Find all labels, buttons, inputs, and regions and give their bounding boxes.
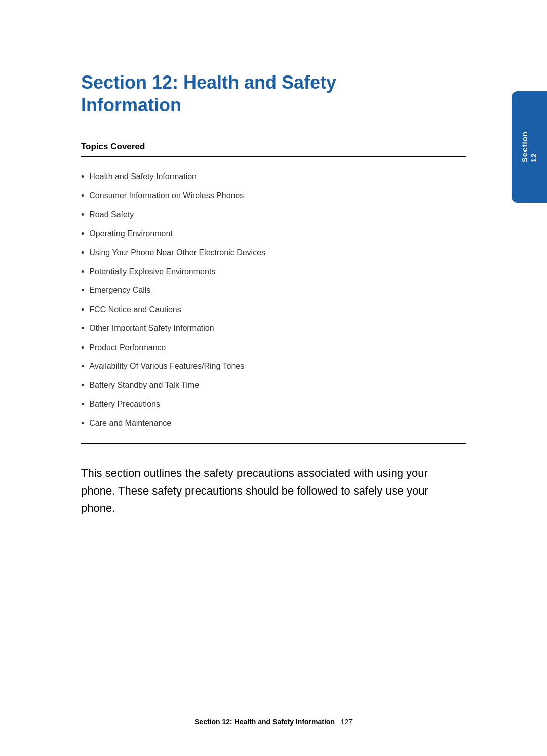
bullet-icon: • [81, 361, 84, 372]
list-item: •FCC Notice and Cautions [81, 304, 466, 316]
section-tab-line1: Section [520, 131, 529, 162]
list-item-text: Using Your Phone Near Other Electronic D… [89, 247, 265, 258]
list-item: •Availability Of Various Features/Ring T… [81, 361, 466, 372]
bullet-icon: • [81, 399, 84, 410]
section-tab-text: Section 12 [520, 131, 538, 162]
page-container: Section 12 Section 12: Health and Safety… [0, 0, 547, 756]
list-item: •Using Your Phone Near Other Electronic … [81, 247, 466, 259]
topics-list: •Health and Safety Information•Consumer … [81, 171, 466, 429]
bullet-icon: • [81, 247, 84, 259]
section-tab: Section 12 [512, 91, 547, 203]
intro-paragraph: This section outlines the safety precaut… [81, 465, 446, 516]
list-item: •Consumer Information on Wireless Phones [81, 190, 466, 202]
list-item-text: Other Important Safety Information [89, 323, 214, 334]
list-item: •Product Performance [81, 342, 466, 354]
bullet-icon: • [81, 228, 84, 240]
bullet-icon: • [81, 190, 84, 202]
list-item: •Battery Precautions [81, 399, 466, 410]
section-title: Section 12: Health and Safety Informatio… [81, 71, 375, 117]
list-item-text: Health and Safety Information [89, 171, 197, 182]
bullet-icon: • [81, 266, 84, 278]
footer-label: Section 12: Health and Safety Informatio… [194, 717, 335, 726]
bullet-icon: • [81, 285, 84, 296]
list-item: •Other Important Safety Information [81, 323, 466, 334]
list-item-text: Care and Maintenance [89, 418, 171, 429]
list-item-text: Road Safety [89, 209, 134, 220]
list-item: •Operating Environment [81, 228, 466, 240]
footer: Section 12: Health and Safety Informatio… [0, 717, 547, 726]
list-item: •Care and Maintenance [81, 418, 466, 429]
list-item-text: Consumer Information on Wireless Phones [89, 190, 244, 201]
list-item-text: Emergency Calls [89, 285, 150, 296]
bullet-icon: • [81, 209, 84, 221]
divider-top [81, 156, 466, 157]
list-item-text: FCC Notice and Cautions [89, 304, 181, 315]
topics-covered-label: Topics Covered [81, 142, 466, 152]
bullet-icon: • [81, 418, 84, 429]
list-item: •Road Safety [81, 209, 466, 221]
list-item-text: Operating Environment [89, 228, 173, 239]
list-item: •Battery Standby and Talk Time [81, 380, 466, 391]
section-tab-line2: 12 [529, 153, 538, 163]
bullet-icon: • [81, 342, 84, 354]
bullet-icon: • [81, 380, 84, 391]
list-item-text: Battery Standby and Talk Time [89, 380, 199, 391]
list-item: •Emergency Calls [81, 285, 466, 296]
list-item-text: Product Performance [89, 342, 166, 353]
divider-bottom [81, 443, 466, 444]
bullet-icon: • [81, 323, 84, 334]
footer-page-number: 127 [341, 717, 353, 726]
list-item-text: Availability Of Various Features/Ring To… [89, 361, 244, 372]
bullet-icon: • [81, 171, 84, 183]
list-item: •Health and Safety Information [81, 171, 466, 183]
list-item-text: Battery Precautions [89, 399, 160, 410]
list-item: •Potentially Explosive Environments [81, 266, 466, 278]
list-item-text: Potentially Explosive Environments [89, 266, 215, 277]
bullet-icon: • [81, 304, 84, 316]
